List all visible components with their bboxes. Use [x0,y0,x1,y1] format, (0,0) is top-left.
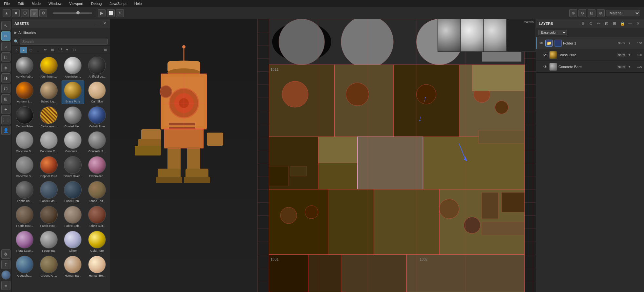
menu-javascript[interactable]: JavaScript [108,1,127,6]
material-item-4[interactable]: Autumn L... [13,81,36,104]
material-item-24[interactable]: Fabric Rou... [13,205,36,228]
filter-sphere-btn[interactable]: ○ [13,47,20,53]
material-item-25[interactable]: Fabric Rou... [37,205,60,228]
layer-vis-folder-1[interactable]: 👁 [539,41,544,46]
toolbar-right-btn4[interactable]: ⊛ [597,9,605,17]
menu-file[interactable]: File [3,1,11,6]
filter-dot-btn[interactable]: · [35,47,41,53]
layers-btn-1[interactable]: ⊕ [580,20,586,27]
material-item-20[interactable]: Fabric Ba... [13,180,36,204]
tool-smear[interactable]: ◈ [1,63,10,72]
material-item-7[interactable]: Calf Skin [86,81,108,104]
material-item-31[interactable]: Gold Pure [86,230,108,253]
material-item-32[interactable]: Gouache... [13,255,36,278]
material-dropdown[interactable]: MaterialAlbedoRoughnessMetallic [606,10,640,16]
toolbar-settings-btn[interactable]: ⚙ [39,9,47,17]
layer-concrete-bare[interactable]: 👁 Concrete Bare Norm ▼ 100 [536,61,644,73]
material-item-1[interactable]: Aluminium... [37,56,60,79]
tool-export[interactable]: ⤴ [1,260,10,269]
tool-move[interactable]: ✥ [1,249,10,259]
material-item-35[interactable]: Human Be... [86,255,108,278]
filter-view-btn[interactable]: ⊞ [102,47,108,53]
layers-btn-4[interactable]: ⊡ [603,20,610,27]
tool-person[interactable]: 👤 [1,126,10,135]
toolbar-triangle-btn[interactable]: ▲ [3,9,10,17]
tool-select[interactable]: ↖ [1,21,10,30]
material-item-19[interactable]: Embroider... [86,155,108,179]
menu-edit[interactable]: Edit [16,1,25,6]
filter-brush-btn[interactable]: ✏ [42,47,49,53]
tool-avatar[interactable] [1,270,10,280]
toolbar-square-btn[interactable]: ■ [12,9,20,17]
search-input[interactable] [20,39,108,45]
layers-btn-5[interactable]: ⊞ [611,20,618,27]
layers-btn-2[interactable]: ⊙ [588,20,594,27]
toolbar-slider-handle[interactable] [76,11,80,14]
tool-paint[interactable]: ✏ [1,31,10,41]
material-item-9[interactable]: Cartagena... [37,105,60,129]
layers-minimize-btn[interactable]: — [627,20,634,27]
material-item-15[interactable]: Concrete S... [86,130,108,154]
material-item-21[interactable]: Fabric Bas... [37,180,60,204]
layer-vis-concrete[interactable]: 👁 [543,64,548,69]
material-item-3[interactable]: Artificial Le... [86,56,108,79]
filter-grid-btn[interactable]: ⊞ [49,47,56,53]
layers-close-btn[interactable]: ✕ [635,20,641,27]
material-item-2[interactable]: Aluminium... [62,56,85,79]
tool-stamp[interactable]: ✦ [1,105,10,114]
menu-window[interactable]: Window [47,1,63,6]
assets-library-row[interactable]: ▶ All libraries [12,28,110,37]
material-item-16[interactable]: Concrete S... [13,155,36,179]
toolbar-rotate-btn[interactable]: ↻ [116,9,124,17]
material-item-12[interactable]: Concrete B... [13,130,36,154]
material-item-8[interactable]: Carbon Fiber [13,105,36,129]
material-item-33[interactable]: Ground Gr... [37,255,60,278]
toolbar-play-btn[interactable]: ▶ [98,9,106,17]
assets-minimize-btn[interactable]: — [95,21,101,26]
layers-btn-6[interactable]: 🔒 [619,20,626,27]
viewport-3d[interactable] [110,19,258,292]
material-item-17[interactable]: Copper Pure [37,155,60,179]
tool-brush[interactable]: ○ [1,42,10,51]
material-item-18[interactable]: Denim Rivet... [62,155,85,179]
toolbar-grid-btn[interactable]: ⊞ [30,9,38,17]
layer-brass-pure[interactable]: 👁 Brass Pure Norm ▼ 100 [536,49,644,61]
toolbar-right-btn3[interactable]: ⊡ [588,9,595,17]
filter-square-btn[interactable]: □ [28,47,34,53]
toolbar-right-btn2[interactable]: ⊙ [578,9,586,17]
material-item-0[interactable]: Acrylic Fab... [13,56,36,79]
assets-close-btn[interactable]: ✕ [102,21,107,26]
material-item-28[interactable]: Floral Lace... [13,230,36,253]
material-item-6[interactable]: Brass Pure [62,81,85,104]
filter-circle-btn[interactable]: ● [20,47,27,53]
material-item-5[interactable]: Baked Lig... [37,81,60,104]
material-item-14[interactable]: Concrete ... [62,130,85,154]
tool-layers[interactable]: ≡ [1,281,10,290]
tool-eraser[interactable]: ◻ [1,52,10,62]
menu-debug[interactable]: Debug [90,1,103,6]
tool-clone[interactable]: ⊞ [1,94,10,103]
filter-plus-btn[interactable]: ✦ [64,47,70,53]
material-item-30[interactable]: Glitter [62,230,85,253]
tool-polygon[interactable]: ⬡ [1,84,10,93]
layer-vis-brass[interactable]: 👁 [543,52,548,58]
menu-mode[interactable]: Mode [30,1,42,6]
menu-help[interactable]: Help [133,1,143,6]
material-item-22[interactable]: Fabric Den... [62,180,85,204]
layers-blend-dropdown[interactable]: Base color [538,30,567,35]
material-item-26[interactable]: Fabric Soft... [62,205,85,228]
filter-layout-btn[interactable]: ⊡ [71,47,77,53]
tool-grid[interactable]: ⋮⋮ [1,115,10,124]
viewport-uv[interactable]: 1011 1001 1002 ↑ ↓ [258,19,536,292]
toolbar-slider[interactable] [53,12,92,14]
material-item-29[interactable]: Footprints [37,230,60,253]
material-item-23[interactable]: Fabric Knit... [86,180,108,204]
layer-folder-1[interactable]: 👁 📁 Folder 1 Norm ▼ 100 [536,37,644,49]
tool-fill[interactable]: ◑ [1,73,10,82]
material-item-27[interactable]: Fabric Suit... [86,205,108,228]
material-item-34[interactable]: Human Ba... [62,255,85,278]
layers-btn-3[interactable]: ✏ [595,20,602,27]
toolbar-cube-btn[interactable]: ⬡ [21,9,29,17]
material-item-11[interactable]: Cobalt Pure [86,105,108,129]
material-item-13[interactable]: Concrete C... [37,130,60,154]
